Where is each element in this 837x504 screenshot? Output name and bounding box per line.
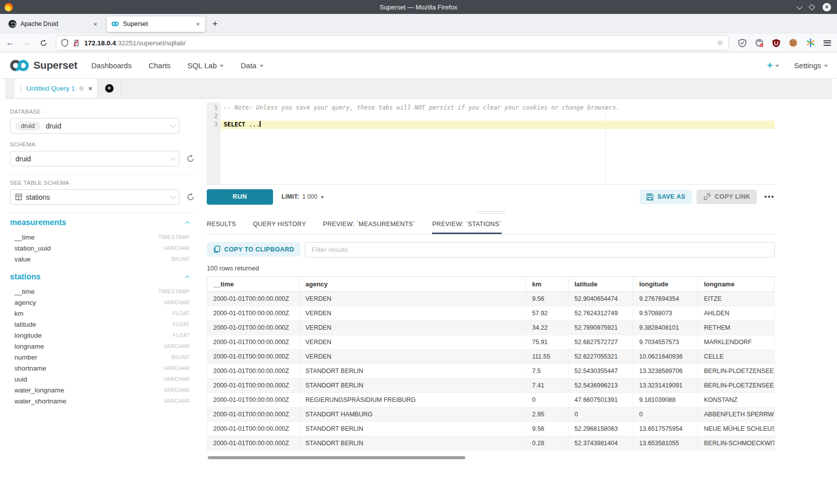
extension-cookie-icon[interactable]: [789, 38, 798, 47]
cell-longitude: 13.3231419091: [633, 378, 698, 392]
database-select[interactable]: druid druid: [10, 118, 179, 133]
extension-ublock-icon[interactable]: [772, 39, 780, 47]
column-type: VARCHAR: [163, 365, 190, 371]
menu-hamburger-icon[interactable]: [824, 40, 831, 46]
tab-query-history[interactable]: QUERY HISTORY: [253, 216, 306, 234]
column-row: __time TIMESTAMP: [10, 232, 197, 243]
chevron-up-icon[interactable]: [185, 221, 190, 226]
column-type: TIMESTAMP: [158, 288, 190, 294]
table-header-cell[interactable]: agency: [299, 277, 526, 291]
chevron-up-icon[interactable]: [185, 275, 190, 280]
table-select[interactable]: stations: [10, 189, 179, 205]
cell-latitude: 52.2968158063: [568, 422, 633, 436]
query-tab-untitled[interactable]: Untitled Query 1 ×: [14, 79, 98, 98]
table-section-measurements[interactable]: measurements: [10, 218, 197, 227]
column-type: FLOAT: [172, 332, 190, 338]
column-row: km FLOAT: [10, 308, 197, 319]
drag-handle-icon[interactable]: [19, 85, 22, 93]
tab-preview-measurements[interactable]: PREVIEW: `MEASUREMENTS`: [323, 216, 415, 234]
table-header-cell[interactable]: __time: [207, 277, 299, 291]
reload-icon[interactable]: [40, 39, 47, 47]
cell-latitude: 52.6827572727: [568, 335, 633, 349]
nav-data[interactable]: Data: [241, 61, 264, 70]
table-row[interactable]: 2000-01-01T00:00:00.000Z VERDEN 57.92 52…: [207, 306, 774, 321]
table-row[interactable]: 2000-01-01T00:00:00.000Z STANDORT BERLIN…: [207, 364, 774, 378]
browser-tab-apache-druid[interactable]: Apache Druid ×: [4, 16, 103, 32]
drag-handle-icon[interactable]: [476, 211, 505, 214]
browser-tab-title: Apache Druid: [20, 20, 92, 27]
chevron-down-icon: [170, 193, 175, 199]
tracking-shield-icon[interactable]: [61, 39, 68, 47]
table-row[interactable]: 2000-01-01T00:00:00.000Z VERDEN 9.56 52.…: [207, 292, 774, 306]
add-query-tab-button[interactable]: +: [98, 79, 121, 98]
window-close-icon[interactable]: ×: [823, 3, 831, 11]
table-row[interactable]: 2000-01-01T00:00:00.000Z STANDORT BERLIN…: [207, 422, 774, 436]
url-bar[interactable]: 172.18.0.4:32251/superset/sqllab/ ☆: [56, 36, 728, 50]
extension-mask-icon[interactable]: [755, 38, 764, 47]
copy-to-clipboard-button[interactable]: COPY TO CLIPBOARD: [207, 242, 300, 256]
cell-agency: STANDORT BERLIN: [299, 364, 526, 378]
nav-sql-lab[interactable]: SQL Lab: [187, 61, 224, 70]
refresh-schema-icon[interactable]: [186, 154, 195, 163]
table-header-cell[interactable]: longitude: [633, 277, 698, 291]
extension-asterisk-icon[interactable]: [806, 38, 815, 47]
table-row[interactable]: 2000-01-01T00:00:00.000Z STANDORT BERLIN…: [207, 436, 774, 451]
column-name: number: [14, 354, 37, 361]
table-header-cell[interactable]: km: [526, 277, 568, 291]
table-row[interactable]: 2000-01-01T00:00:00.000Z STANDORT HAMBUR…: [207, 407, 774, 422]
column-row: water_longname VARCHAR: [10, 384, 197, 395]
save-as-button[interactable]: SAVE AS: [640, 190, 692, 204]
more-actions-button[interactable]: •••: [764, 193, 775, 201]
column-name: uuid: [14, 376, 27, 383]
table-row[interactable]: 2000-01-01T00:00:00.000Z VERDEN 75.91 52…: [207, 335, 774, 350]
window-minimize-icon[interactable]: [797, 3, 803, 9]
bookmark-star-icon[interactable]: ☆: [717, 38, 723, 47]
table-row[interactable]: 2000-01-01T00:00:00.000Z VERDEN 111.55 5…: [207, 350, 774, 364]
table-header-cell[interactable]: longname: [698, 277, 774, 291]
tab-results[interactable]: RESULTS: [207, 216, 236, 234]
table-row[interactable]: 2000-01-01T00:00:00.000Z VERDEN 34.22 52…: [207, 321, 774, 335]
column-type: TIMESTAMP: [158, 234, 190, 240]
table-header-cell[interactable]: latitude: [568, 277, 633, 291]
code-line-1: -- Note: Unless you save your query, the…: [221, 104, 775, 112]
superset-brand[interactable]: Superset: [9, 59, 77, 72]
pane-resize-divider[interactable]: [207, 209, 775, 216]
forward-icon[interactable]: →: [23, 38, 31, 47]
nav-charts[interactable]: Charts: [148, 61, 170, 70]
sql-editor[interactable]: 1 2 3 -- Note: Unless you save your quer…: [207, 102, 775, 185]
limit-dropdown[interactable]: LIMIT: 1 000: [281, 193, 324, 200]
filter-results-input[interactable]: [305, 242, 775, 257]
cell-latitude: 47.6607501391: [568, 393, 633, 407]
new-item-button[interactable]: +: [767, 60, 779, 71]
table-section-stations[interactable]: stations: [10, 272, 197, 281]
table-row[interactable]: 2000-01-01T00:00:00.000Z REGIERUNGSPRÄSI…: [207, 393, 774, 407]
column-type: VARCHAR: [163, 299, 190, 305]
brand-name: Superset: [33, 59, 77, 71]
new-tab-button[interactable]: +: [212, 18, 218, 29]
column-name: longitude: [14, 332, 42, 339]
horizontal-scrollbar[interactable]: [207, 456, 775, 459]
extension-shield-icon[interactable]: [738, 39, 746, 47]
browser-tab-title: Superset: [123, 20, 195, 27]
table-row[interactable]: 2000-01-01T00:00:00.000Z STANDORT BERLIN…: [207, 378, 774, 393]
nav-dashboards[interactable]: Dashboards: [91, 61, 132, 70]
settings-menu[interactable]: Settings: [794, 61, 828, 70]
copy-link-button[interactable]: COPY LINK: [697, 190, 757, 204]
firefox-logo-icon: [4, 3, 13, 11]
run-button[interactable]: RUN: [207, 189, 273, 205]
close-icon[interactable]: ×: [88, 85, 92, 92]
tab-close-icon[interactable]: ×: [195, 20, 201, 28]
browser-toolbar: ← → 172.18.0.4:32251/superset/sqllab/ ☆: [0, 34, 837, 52]
browser-tab-superset[interactable]: Superset ×: [107, 16, 205, 32]
cell-time: 2000-01-01T00:00:00.000Z: [207, 350, 299, 364]
schema-select[interactable]: druid: [10, 151, 179, 166]
refresh-table-icon[interactable]: [186, 193, 195, 201]
window-maximize-icon[interactable]: [809, 4, 815, 10]
url-text: 172.18.0.4:32251/superset/sqllab/: [84, 39, 185, 47]
tab-close-icon[interactable]: ×: [92, 20, 98, 28]
insecure-lock-icon[interactable]: [73, 39, 80, 47]
back-icon[interactable]: ←: [6, 38, 14, 47]
column-row: number BIGINT: [10, 352, 197, 363]
scrollbar-thumb[interactable]: [208, 456, 465, 459]
tab-preview-stations[interactable]: PREVIEW: `STATIONS`: [432, 216, 501, 234]
